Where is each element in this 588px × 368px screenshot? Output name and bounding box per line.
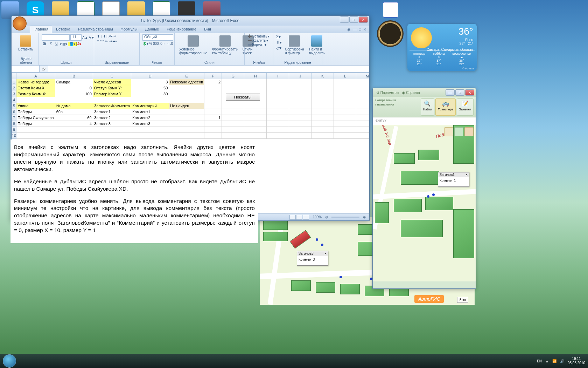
office-button[interactable]	[13, 16, 27, 30]
tab-home[interactable]: Главная	[30, 26, 52, 33]
weather-cond: Ясно 36° - 21°	[460, 38, 473, 46]
tab-data[interactable]: Данные	[141, 26, 163, 33]
align-left-icon[interactable]: ≡	[97, 39, 99, 43]
paste-button[interactable]: Вставить	[16, 34, 35, 52]
tab-layout[interactable]: Разметка страницы	[74, 26, 117, 33]
zoom-out-button[interactable]: ⊖	[325, 215, 328, 219]
help-icon[interactable]: ◉	[347, 27, 351, 32]
indent-dec-icon[interactable]: ⇤	[105, 39, 108, 43]
sort-filter-button[interactable]: Сортировка и фильтр	[283, 34, 306, 56]
word-icon[interactable]	[383, 2, 398, 18]
bold-button[interactable]: Ж	[42, 42, 48, 46]
doc-min-icon[interactable]: —	[353, 27, 357, 32]
article-text: Все ячейки с желтым в заголовках надо за…	[10, 139, 258, 243]
clear-icon[interactable]: ◇▾	[276, 46, 282, 50]
indent-inc-icon[interactable]: ⇥	[109, 39, 112, 43]
underline-button[interactable]: Ч	[54, 42, 59, 46]
italic-button[interactable]: К	[48, 42, 53, 46]
zoom-level[interactable]: 100%	[313, 215, 322, 219]
zoom-in-button[interactable]: ⊕	[363, 215, 366, 219]
comma-icon[interactable]: 000	[153, 42, 159, 46]
gis-notes-tab[interactable]: 📝Заметки	[457, 98, 474, 116]
map-callout-1[interactable]: Заголов1× Коммент1	[438, 172, 469, 187]
gis-map[interactable]: ный 1-й пер Победы Заголов1× Коммент1	[373, 125, 476, 281]
currency-icon[interactable]: 💲▾	[142, 42, 148, 46]
grow-font-icon[interactable]: A▲	[82, 36, 88, 40]
align-top-icon[interactable]: ⬆	[97, 34, 100, 38]
weather-gadget[interactable]: 36° Ясно 36° - 21° Самара, Самарская обл…	[407, 24, 477, 71]
gis-transport-tab[interactable]: 🚌Транспорт	[435, 98, 455, 116]
border-icon[interactable]: ▦▾	[62, 42, 67, 46]
maximize-button[interactable]: □	[349, 16, 358, 23]
align-right-icon[interactable]: ≡	[103, 39, 105, 43]
tab-review[interactable]: Рецензирование	[163, 26, 200, 33]
tab-formulas[interactable]: Формулы	[117, 26, 141, 33]
fontcolor-icon[interactable]: A▾	[77, 42, 82, 46]
gis-max-button[interactable]: □	[455, 89, 464, 96]
font-select[interactable]	[42, 34, 70, 41]
weather-temp: 36°	[458, 26, 473, 37]
align-bot-icon[interactable]: ⬇	[103, 34, 106, 38]
close-icon[interactable]: ×	[324, 252, 327, 255]
orient-icon[interactable]: ↗▾	[108, 34, 113, 38]
gis-find-tab[interactable]: 🔍Найти	[421, 98, 435, 116]
merge-icon[interactable]: ⬌▾	[112, 39, 117, 43]
ruler-icon[interactable]	[444, 127, 453, 136]
pagebreak-view-button[interactable]	[303, 215, 309, 220]
excel-titlebar[interactable]: 1c_to_2gis [Режим совместимости] - Micro…	[12, 16, 369, 26]
compass-icon[interactable]	[454, 127, 463, 136]
show-button[interactable]: Показать!	[226, 94, 260, 101]
weather-credit: © Foreca	[462, 67, 474, 70]
name-box[interactable]	[12, 66, 40, 72]
fill-down-icon[interactable]: ⬇▾	[276, 40, 282, 45]
insert-button[interactable]: ➕Вставить▾	[247, 34, 270, 38]
normal-view-button[interactable]	[289, 215, 296, 220]
lang-indicator[interactable]: EN	[537, 359, 542, 363]
map-callout-3[interactable]: Заголов3× Коммент3	[297, 251, 328, 266]
tray-volume-icon[interactable]: 🔊	[560, 359, 564, 363]
start-button[interactable]	[3, 354, 16, 368]
close-button[interactable]: ✕	[359, 16, 368, 23]
wrap-icon[interactable]: ↩	[113, 34, 116, 38]
tab-view[interactable]: Вид	[200, 26, 215, 33]
fill-icon[interactable]: 🪣▾	[68, 42, 77, 46]
fontsize-select[interactable]: 11	[70, 34, 82, 41]
tray-network-icon[interactable]: 📶	[552, 359, 556, 363]
numfmt-select[interactable]: Общий	[142, 34, 173, 41]
system-tray: EN ▲ 📶 🔊 19:11 05.08.2010	[537, 357, 585, 365]
align-center-icon[interactable]: ≡	[100, 39, 102, 43]
close-icon[interactable]: ×	[465, 173, 468, 177]
delete-button[interactable]: ➖Удалить▾	[247, 39, 268, 42]
format-table-button[interactable]: Форматировать как таблицу	[210, 34, 239, 56]
align-mid-icon[interactable]: ↕	[100, 34, 102, 38]
fx-icon[interactable]: fx	[40, 67, 48, 71]
formula-input[interactable]	[48, 66, 369, 72]
cond-format-button[interactable]: Условное форматирование	[177, 34, 209, 56]
taskbar: EN ▲ 📶 🔊 19:11 05.08.2010	[0, 354, 588, 368]
zoom-slider[interactable]	[331, 217, 359, 218]
tab-insert[interactable]: Вставка	[52, 26, 74, 33]
find-select-button[interactable]: Найти и выделить	[307, 34, 327, 56]
gis-titlebar[interactable]: ⚙ Параметры ◉ Справка — □ ✕	[373, 88, 476, 97]
autogis-badge: АвтоГИС	[414, 295, 444, 303]
tray-flag-icon[interactable]: ▲	[545, 359, 549, 363]
format-button[interactable]: ▭Формат▾	[247, 43, 266, 47]
gis-close-button[interactable]: ✕	[465, 89, 474, 96]
gis-search-input[interactable]: ехать?	[373, 117, 476, 125]
3d-icon[interactable]	[464, 127, 474, 136]
formula-bar: fx	[12, 66, 369, 73]
percent-icon[interactable]: %	[149, 42, 152, 46]
dec-dec-icon[interactable]: ←.0	[167, 42, 173, 46]
autosum-icon[interactable]: Σ▾	[276, 34, 282, 39]
layout-view-button[interactable]	[296, 215, 302, 220]
shrink-font-icon[interactable]: A▼	[89, 36, 95, 40]
inc-dec-icon[interactable]: .0→	[160, 42, 166, 46]
doc-restore-icon[interactable]: □	[359, 27, 361, 32]
gis-toolbar: т отправления т назначения 🔍Найти 🚌Транс…	[373, 97, 476, 117]
map-scale: 5 кв	[457, 297, 468, 303]
doc-close-icon[interactable]: ✕	[363, 27, 366, 32]
clock-gadget[interactable]	[377, 20, 407, 59]
gis-min-button[interactable]: —	[446, 89, 455, 96]
tray-clock[interactable]: 19:11 05.08.2010	[568, 357, 585, 365]
minimize-button[interactable]: —	[340, 16, 349, 23]
